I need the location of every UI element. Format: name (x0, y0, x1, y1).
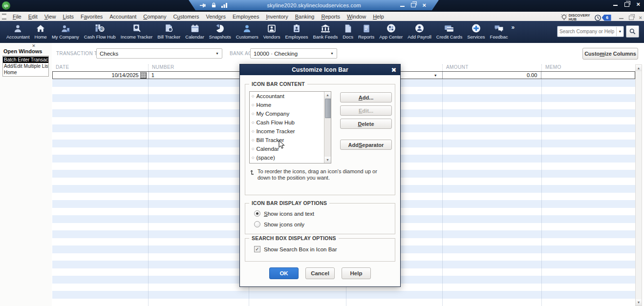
table-cell[interactable] (442, 268, 541, 276)
menu-reports[interactable]: Reports (318, 13, 343, 20)
table-cell[interactable] (442, 147, 541, 155)
table-cell[interactable] (148, 230, 249, 238)
toolbar-item-income-tracker[interactable]: Income Tracker (118, 22, 155, 40)
table-cell[interactable] (541, 132, 635, 140)
table-cell[interactable] (148, 193, 249, 201)
table-cell[interactable] (52, 155, 148, 163)
table-cell[interactable] (148, 276, 249, 284)
table-cell[interactable] (52, 223, 148, 231)
child-restore-icon[interactable] (629, 16, 634, 20)
table-cell[interactable] (52, 215, 148, 223)
toolbar-item-calendar[interactable]: Calendar (183, 22, 207, 40)
diamond-drag-handle-icon[interactable]: ◇ (252, 103, 254, 107)
table-cell[interactable] (442, 185, 541, 193)
icon-bar-list-item-calendar[interactable]: ◇Calendar (250, 144, 331, 153)
icon-bar-list-item-income-tracker[interactable]: ◇Income Tracker (250, 127, 331, 136)
menu-vendors[interactable]: Vendors (203, 13, 229, 20)
table-cell[interactable] (148, 117, 249, 125)
add-button[interactable]: Add... (340, 92, 392, 102)
toolbar-item-cash-flow-hub[interactable]: QCash Flow Hub (82, 22, 118, 40)
table-cell[interactable] (148, 147, 249, 155)
show-search-box-checkbox-row[interactable]: ✓ Show Search Box in Icon Bar (254, 246, 337, 252)
diamond-drag-handle-icon[interactable]: ◇ (252, 156, 254, 160)
radio-selected-icon[interactable] (254, 210, 260, 217)
window-close-icon[interactable]: × (636, 2, 640, 7)
table-cell[interactable] (148, 185, 249, 193)
menu-edit[interactable]: Edit (25, 13, 41, 20)
table-cell[interactable] (541, 140, 635, 147)
table-cell[interactable] (52, 253, 148, 261)
table-cell[interactable] (541, 193, 635, 201)
table-cell[interactable] (148, 178, 249, 185)
table-cell[interactable] (541, 147, 635, 155)
icon-bar-items-listbox[interactable]: ◇Accountant◇Home◇My Company◇Cash Flow Hu… (249, 91, 331, 163)
table-cell[interactable] (541, 215, 635, 223)
table-cell[interactable] (148, 94, 249, 102)
list-scroll-down-icon[interactable]: ▼ (324, 157, 331, 163)
table-cell[interactable] (442, 223, 541, 231)
table-cell[interactable] (148, 284, 249, 291)
icon-bar-list-item-cash-flow-hub[interactable]: ◇Cash Flow Hub (250, 118, 331, 127)
table-cell[interactable] (442, 200, 541, 208)
table-cell[interactable] (148, 268, 249, 276)
table-cell[interactable] (148, 245, 249, 253)
menu-file[interactable]: File (9, 13, 25, 20)
table-cell[interactable] (541, 109, 635, 117)
table-cell[interactable] (52, 147, 148, 155)
add-separator-button[interactable]: Add Separator (340, 140, 392, 150)
icon-bar-list-item-accountant[interactable]: ◇Accountant (250, 92, 331, 101)
dialog-close-icon[interactable]: ✖ (387, 66, 400, 74)
open-window-item-batch-enter-transactions[interactable]: Batch Enter Transactions (3, 57, 48, 63)
child-close-icon[interactable]: × (639, 15, 642, 20)
table-cell[interactable] (541, 102, 635, 110)
transaction-type-dropdown[interactable]: Checks ▼ (96, 48, 222, 59)
table-cell[interactable] (148, 155, 249, 163)
table-cell[interactable] (52, 245, 148, 253)
table-cell[interactable] (442, 117, 541, 125)
list-scroll-up-icon[interactable]: ▲ (324, 92, 331, 98)
table-cell[interactable] (442, 261, 541, 268)
table-cell[interactable] (52, 163, 148, 170)
diamond-drag-handle-icon[interactable]: ◇ (252, 121, 254, 124)
toolbar-item-app-center[interactable]: App Center (377, 22, 405, 40)
table-cell[interactable] (442, 94, 541, 102)
table-cell[interactable] (52, 238, 148, 246)
cell-dropdown-arrow-icon[interactable]: ▼ (434, 74, 437, 77)
ok-button[interactable]: OK (269, 267, 299, 279)
table-cell[interactable] (52, 276, 148, 284)
table-cell[interactable] (541, 284, 635, 291)
menu-view[interactable]: View (41, 13, 60, 20)
selected-row-cell-4[interactable]: 0.00 (442, 72, 541, 79)
delete-button[interactable]: Delete (340, 119, 392, 129)
table-cell[interactable] (541, 268, 635, 276)
menu-inventory[interactable]: Inventory (262, 13, 291, 20)
selected-row-cell-5[interactable] (541, 72, 635, 79)
toolbar-item-docs[interactable]: Docs (340, 22, 356, 40)
table-cell[interactable] (541, 117, 635, 125)
table-cell[interactable] (249, 291, 346, 299)
child-window-menu-icon[interactable] (2, 14, 6, 20)
scroll-down-icon[interactable]: ▼ (636, 299, 642, 306)
discovery-hub-button[interactable]: DISCOVERY HUB (561, 14, 590, 21)
table-cell[interactable] (52, 94, 148, 102)
window-minimize-icon[interactable] (613, 5, 618, 6)
table-cell[interactable] (148, 163, 249, 170)
table-cell[interactable] (442, 124, 541, 132)
table-cell[interactable] (541, 230, 635, 238)
table-cell[interactable] (148, 124, 249, 132)
open-window-item-add-edit-multiple-list-en[interactable]: Add/Edit Multiple List En... (3, 63, 48, 69)
table-cell[interactable] (442, 87, 541, 95)
table-cell[interactable] (52, 124, 148, 132)
table-cell[interactable] (541, 253, 635, 261)
radio-show-icons-and-text[interactable]: Show icons and text (254, 210, 314, 217)
search-dropdown-arrow-icon[interactable]: ▼ (616, 27, 623, 36)
cancel-button[interactable]: Cancel (305, 267, 335, 279)
table-cell[interactable] (442, 208, 541, 216)
diamond-drag-handle-icon[interactable]: ◇ (252, 147, 254, 151)
table-cell[interactable] (52, 299, 148, 306)
menu-accountant[interactable]: Accountant (106, 13, 140, 20)
table-cell[interactable] (442, 140, 541, 147)
menu-favorites[interactable]: Favorites (77, 13, 106, 20)
table-cell[interactable] (541, 155, 635, 163)
table-cell[interactable] (346, 299, 442, 306)
